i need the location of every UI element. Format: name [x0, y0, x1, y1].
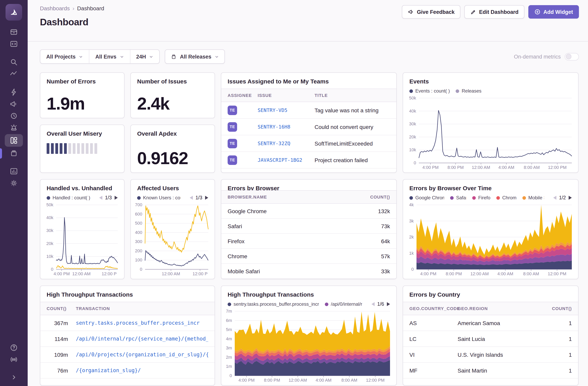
code-folder-icon	[9, 40, 18, 48]
transaction-link[interactable]: /{organization_slug}/	[76, 367, 208, 373]
prev-page-icon[interactable]	[553, 196, 556, 200]
widget-number-of-issues: Number of Issues 2.4k	[130, 72, 215, 118]
next-page-icon[interactable]	[115, 196, 118, 200]
collapse-sidebar-button[interactable]	[5, 372, 23, 383]
transaction-link[interactable]: sentry.tasks.process_buffer.process_incr	[76, 320, 208, 326]
svg-text:12:00 AM: 12:00 AM	[289, 378, 307, 383]
table-row: LCSaint Lucia1	[403, 331, 578, 347]
whats-new-button[interactable]	[5, 354, 23, 365]
transaction-link[interactable]: /api/0/projects/{organization_id_or_slug…	[76, 352, 208, 358]
environment-filter[interactable]: All Envs	[89, 50, 130, 63]
legend-item[interactable]: Google Chrome	[409, 195, 444, 201]
help-icon	[9, 343, 18, 352]
widget-title: Errors by Country	[403, 286, 578, 302]
next-page-icon[interactable]	[205, 196, 208, 200]
avatar[interactable]: TE	[228, 155, 237, 165]
svg-text:8:00 PM: 8:00 PM	[264, 378, 280, 383]
edit-dashboard-button[interactable]: Edit Dashboard	[464, 5, 525, 19]
table-row: TE SENTRY-16H8 Could not convert query	[221, 119, 396, 135]
help-button[interactable]	[5, 342, 23, 353]
avatar[interactable]: TE	[228, 139, 237, 148]
sidebar-item-insights[interactable]	[5, 87, 23, 98]
legend-item[interactable]: Mobile S	[522, 195, 544, 201]
legend-item[interactable]: Chrome	[496, 195, 516, 201]
prev-page-icon[interactable]	[99, 196, 102, 200]
issue-link[interactable]: JAVASCRIPT-1BG2	[258, 157, 310, 163]
svg-text:0: 0	[140, 267, 142, 272]
sidebar-item-alerts[interactable]	[5, 122, 23, 133]
svg-text:1k: 1k	[409, 251, 414, 256]
series-dot	[450, 196, 454, 200]
issue-link[interactable]: SENTRY-16H8	[258, 124, 310, 130]
prev-page-icon[interactable]	[371, 302, 374, 306]
table-row: TE SENTRY-32ZQ SoftTimeLimitExceeded	[221, 135, 396, 152]
project-filter[interactable]: All Projects	[40, 50, 89, 63]
trace-zigzag-icon	[9, 69, 18, 78]
legend-item[interactable]: /api/0/internal/r	[325, 301, 362, 307]
svg-text:0: 0	[414, 160, 416, 165]
series-dot	[228, 302, 231, 306]
sidebar-item-stats[interactable]	[5, 166, 23, 177]
next-page-icon[interactable]	[387, 302, 390, 306]
avatar[interactable]: TE	[228, 105, 237, 115]
sentry-logo[interactable]	[5, 4, 22, 21]
svg-text:50k: 50k	[46, 203, 54, 207]
megaphone-icon	[9, 100, 18, 108]
widget-title: High Throughput Transactions	[40, 286, 215, 302]
widget-affected-users: Affected Users Known Users : cour 1/3 01…	[130, 179, 215, 279]
legend-item[interactable]: Safari	[450, 195, 466, 201]
legend-item[interactable]: Releases	[456, 88, 482, 94]
active-nav-indicator	[0, 148, 2, 159]
add-widget-label: Add Widget	[543, 9, 573, 15]
series-dot	[496, 196, 500, 200]
issue-link[interactable]: SENTRY-32ZQ	[258, 140, 310, 146]
bar-chart-icon	[9, 167, 18, 176]
give-feedback-label: Give Feedback	[417, 9, 455, 15]
widget-title: Affected Users	[131, 180, 215, 193]
transaction-link[interactable]: /api/0/internal/rpc/{service_name}/{meth…	[76, 336, 208, 342]
issue-link[interactable]: SENTRY-VD5	[258, 107, 310, 113]
sidebar-item-feedback[interactable]	[5, 98, 23, 110]
legend-item[interactable]: Known Users : cour	[137, 195, 180, 201]
legend-item[interactable]: Handled : count( )	[47, 195, 90, 201]
widget-title: High Throughput Transactions	[221, 286, 396, 299]
breadcrumb-current: Dashboard	[77, 5, 104, 11]
widget-apdex: Overall Apdex 0.9162	[130, 125, 215, 173]
sidebar-item-replays[interactable]	[5, 110, 23, 121]
sidebar-item-traces[interactable]	[5, 68, 23, 79]
sidebar-item-issues[interactable]	[5, 26, 23, 38]
legend-item[interactable]: Events : count( )	[409, 88, 450, 94]
avatar[interactable]: TE	[228, 122, 237, 132]
releases-filter[interactable]: All Releases	[165, 49, 225, 64]
sidebar-item-dashboards[interactable]	[5, 134, 23, 147]
widget-user-misery: Overall User Misery	[40, 125, 125, 173]
legend-item[interactable]: sentry.tasks.process_buffer.process_incr	[228, 301, 319, 307]
table-row: Firefox64k	[221, 234, 396, 249]
sidebar-item-settings[interactable]	[5, 178, 23, 189]
sidebar-item-search[interactable]	[5, 57, 23, 68]
prev-page-icon[interactable]	[189, 196, 193, 200]
sidebar	[0, 0, 28, 386]
filter-bar: All Projects All Envs 24H All Releases O…	[40, 49, 579, 64]
chevron-right-icon	[10, 373, 18, 381]
svg-text:4:00 PM: 4:00 PM	[422, 165, 439, 170]
next-page-icon[interactable]	[569, 196, 572, 200]
legend-item[interactable]: Firefox	[472, 195, 490, 201]
breadcrumb-dashboards-link[interactable]: Dashboards	[40, 5, 70, 11]
give-feedback-button[interactable]: Give Feedback	[402, 5, 461, 19]
svg-text:12:00 P: 12:00 P	[192, 271, 208, 276]
ondemand-toggle[interactable]	[565, 53, 579, 60]
table-header: count() transaction	[40, 302, 215, 315]
svg-text:200: 200	[135, 248, 142, 253]
svg-text:8:00 PM: 8:00 PM	[446, 271, 462, 276]
widget-title: Errors by Browser	[221, 180, 396, 190]
add-widget-button[interactable]: Add Widget	[528, 5, 579, 19]
apdex-value: 0.9162	[131, 150, 215, 172]
widget-number-of-errors: Number of Errors 1.9m	[40, 72, 125, 118]
svg-text:3k: 3k	[409, 219, 414, 224]
widget-high-throughput-table: High Throughput Transactions count() tra…	[40, 286, 215, 386]
date-range-filter[interactable]: 24H	[130, 50, 159, 63]
series-dot	[137, 196, 141, 200]
sidebar-item-projects[interactable]	[5, 38, 23, 49]
sidebar-item-releases[interactable]	[5, 148, 23, 159]
